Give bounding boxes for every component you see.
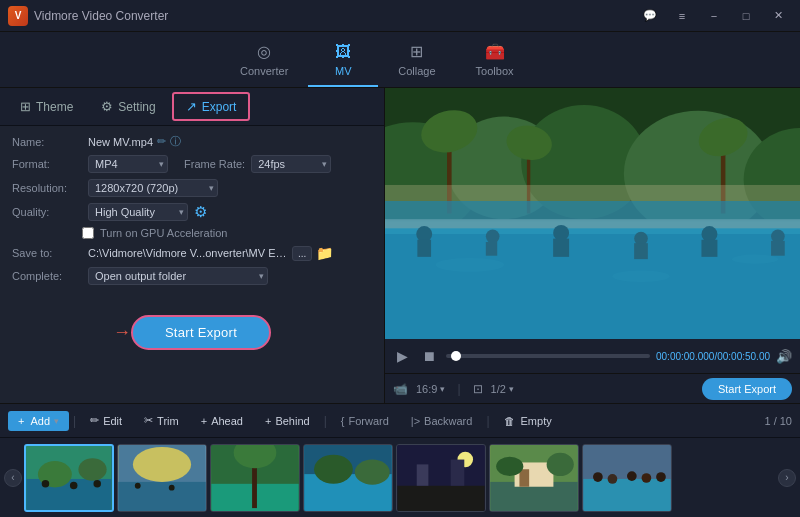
behind-button[interactable]: + Behind xyxy=(255,411,320,431)
forward-label: Forward xyxy=(348,415,388,427)
resolution-row: Resolution: 1280x720 (720p) 1920x1080 (1… xyxy=(12,179,372,197)
title-bar: V Vidmore Video Converter 💬 ≡ − □ ✕ xyxy=(0,0,800,32)
thumb-svg-7 xyxy=(583,445,671,511)
start-export-area: → Start Export xyxy=(0,299,384,358)
setting-icon: ⚙ xyxy=(101,99,113,114)
theme-button[interactable]: ⊞ Theme xyxy=(8,94,85,119)
svg-point-17 xyxy=(732,255,778,264)
quality-label: Quality: xyxy=(12,206,82,218)
complete-label: Complete: xyxy=(12,270,82,282)
size-button[interactable]: 1/2 ▾ xyxy=(491,383,514,395)
start-export-button[interactable]: Start Export xyxy=(131,315,271,350)
svg-point-49 xyxy=(314,454,353,483)
gpu-row: Turn on GPU Acceleration xyxy=(12,227,372,239)
film-thumb-7[interactable]: 🖼 xyxy=(582,444,672,512)
menu-button[interactable]: ≡ xyxy=(668,6,696,26)
forward-button[interactable]: { Forward xyxy=(331,411,399,431)
tab-collage[interactable]: ⊞ Collage xyxy=(378,36,455,87)
tab-mv[interactable]: 🖼 MV xyxy=(308,37,378,87)
app-window: V Vidmore Video Converter 💬 ≡ − □ ✕ ◎ Co… xyxy=(0,0,800,517)
progress-dot xyxy=(451,351,461,361)
filmstrip-next[interactable]: › xyxy=(778,469,796,487)
tab-converter[interactable]: ◎ Converter xyxy=(220,36,308,87)
folder-icon[interactable]: 📁 xyxy=(316,245,333,261)
film-thumb-4[interactable]: 🖼 xyxy=(303,444,393,512)
quality-settings-button[interactable]: ⚙ xyxy=(194,203,207,221)
filmstrip-prev[interactable]: ‹ xyxy=(4,469,22,487)
progress-bar[interactable] xyxy=(446,354,650,358)
stop-button[interactable]: ⏹ xyxy=(418,347,440,365)
setting-button[interactable]: ⚙ Setting xyxy=(89,94,167,119)
resolution-label: Resolution: xyxy=(12,182,82,194)
saveto-row: Save to: C:\Vidmore\Vidmore V...onverter… xyxy=(12,245,372,261)
browse-path-button[interactable]: ... xyxy=(292,246,312,261)
collage-icon: ⊞ xyxy=(410,42,423,61)
empty-button[interactable]: 🗑 Empty xyxy=(494,411,562,431)
svg-point-24 xyxy=(634,232,648,246)
tab-bar: ◎ Converter 🖼 MV ⊞ Collage 🧰 Toolbox xyxy=(0,32,800,88)
chat-button[interactable]: 💬 xyxy=(636,6,664,26)
framerate-label: Frame Rate: xyxy=(184,158,245,170)
export-button[interactable]: ↗ Export xyxy=(172,92,251,121)
arrow-indicator: → xyxy=(113,322,131,343)
trim-icon: ✂ xyxy=(144,414,153,427)
add-button[interactable]: + Add ▾ xyxy=(8,411,69,431)
edit-button[interactable]: ✏ Edit xyxy=(80,410,132,431)
info-icon[interactable]: ⓘ xyxy=(170,134,181,149)
volume-icon[interactable]: 🔊 xyxy=(776,349,792,364)
title-bar-left: V Vidmore Video Converter xyxy=(8,6,168,26)
trim-button[interactable]: ✂ Trim xyxy=(134,410,189,431)
format-select[interactable]: MP4 MKV AVI xyxy=(88,155,168,173)
svg-point-40 xyxy=(133,446,191,481)
page-count: 1 / 10 xyxy=(764,415,792,427)
start-export-right-button[interactable]: Start Export xyxy=(702,378,792,400)
svg-point-35 xyxy=(42,479,50,487)
film-thumb-6[interactable]: 🖼 xyxy=(489,444,579,512)
gpu-label: Turn on GPU Acceleration xyxy=(100,227,227,239)
tab-toolbox[interactable]: 🧰 Toolbox xyxy=(456,36,534,87)
resolution-select[interactable]: 1280x720 (720p) 1920x1080 (1080p) 854x48… xyxy=(88,179,218,197)
empty-label: Empty xyxy=(521,415,552,427)
name-value: New MV.mp4 xyxy=(88,136,153,148)
bottom-toolbar: + Add ▾ | ✏ Edit ✂ Trim + Ahead + Behind… xyxy=(0,403,800,437)
save-path: C:\Vidmore\Vidmore V...onverter\MV Expor… xyxy=(88,247,288,259)
edit-icon[interactable]: ✏ xyxy=(157,135,166,148)
film-thumb-3[interactable]: 🖼 xyxy=(210,444,300,512)
quality-row: Quality: High Quality Standard Low Size … xyxy=(12,203,372,221)
thumb-svg-6 xyxy=(490,445,578,511)
add-plus-icon: + xyxy=(18,415,24,427)
behind-label: Behind xyxy=(275,415,309,427)
close-button[interactable]: ✕ xyxy=(764,6,792,26)
trash-icon: 🗑 xyxy=(504,415,515,427)
film-thumb-1[interactable]: ▶ 00:00:05 ✕ ▶ ✂ ⓘ xyxy=(24,444,114,512)
edit-scissors-icon: ✏ xyxy=(90,414,99,427)
sub-nav: ⊞ Theme ⚙ Setting ↗ Export xyxy=(0,88,384,126)
ahead-button[interactable]: + Ahead xyxy=(191,411,253,431)
gpu-checkbox[interactable] xyxy=(82,227,94,239)
maximize-button[interactable]: □ xyxy=(732,6,760,26)
play-button[interactable]: ▶ xyxy=(393,347,412,365)
quality-select[interactable]: High Quality Standard Low Size xyxy=(88,203,188,221)
backward-button[interactable]: |> Backward xyxy=(401,411,483,431)
svg-rect-19 xyxy=(417,240,431,257)
svg-point-50 xyxy=(355,459,390,484)
converter-icon: ◎ xyxy=(257,42,271,61)
video-controls-row2: 📹 16:9 ▾ | ⊡ 1/2 ▾ Start Export xyxy=(385,373,800,403)
saveto-label: Save to: xyxy=(12,247,82,259)
tab-mv-label: MV xyxy=(335,65,352,77)
framerate-select[interactable]: 24fps 30fps 60fps xyxy=(251,155,331,173)
trim-label: Trim xyxy=(157,415,179,427)
thumb-svg-2 xyxy=(118,445,206,511)
minimize-button[interactable]: − xyxy=(700,6,728,26)
complete-select[interactable]: Open output folder Do nothing Shut down xyxy=(88,267,268,285)
resize-icon: ⊡ xyxy=(473,382,483,396)
format-label: Format: xyxy=(12,158,82,170)
ratio-button[interactable]: 16:9 ▾ xyxy=(416,383,445,395)
mv-icon: 🖼 xyxy=(335,43,351,61)
film-thumb-2[interactable]: 🖼 xyxy=(117,444,207,512)
film-thumb-5[interactable]: 🖼 xyxy=(396,444,486,512)
video-controls: ▶ ⏹ 00:00:00.000/00:00:50.00 🔊 xyxy=(385,339,800,373)
svg-rect-23 xyxy=(553,239,569,257)
svg-point-42 xyxy=(169,484,175,490)
pool-scene-bg xyxy=(385,88,800,339)
